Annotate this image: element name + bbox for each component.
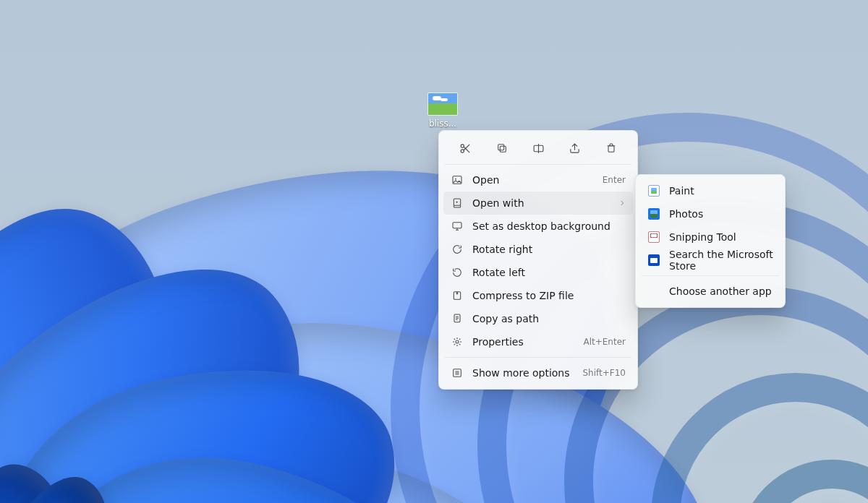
submenu-item-label: Paint	[669, 185, 773, 197]
menu-item-label: Open	[472, 174, 594, 186]
rename-button[interactable]	[528, 138, 548, 158]
paint-app-icon	[647, 184, 660, 197]
menu-item-label: Compress to ZIP file	[472, 290, 626, 301]
zip-icon	[451, 289, 464, 302]
file-label: bliss...	[429, 119, 456, 129]
snipping-tool-app-icon	[647, 231, 660, 244]
share-button[interactable]	[565, 138, 585, 158]
submenu-item-label: Choose another app	[669, 285, 773, 297]
trash-icon	[605, 142, 617, 154]
submenu-item-search-store[interactable]: Search the Microsoft Store	[640, 249, 780, 272]
menu-item-compress-zip[interactable]: Compress to ZIP file	[443, 284, 633, 307]
copy-icon	[496, 142, 508, 154]
svg-rect-3	[498, 145, 503, 150]
svg-point-7	[455, 179, 456, 180]
chevron-right-icon	[618, 199, 626, 207]
open-with-icon	[451, 197, 464, 210]
submenu-item-label: Snipping Tool	[669, 231, 773, 243]
context-menu: Open Enter Open with Set as desktop back…	[438, 130, 638, 390]
scissors-icon	[459, 142, 472, 155]
ms-store-app-icon	[647, 254, 660, 267]
more-options-icon	[451, 366, 464, 379]
menu-separator	[445, 357, 631, 358]
share-icon	[569, 142, 581, 155]
rename-icon	[532, 142, 545, 155]
open-with-submenu: Paint Photos Snipping Tool Search the Mi…	[635, 174, 786, 308]
menu-item-label: Rotate left	[472, 267, 626, 278]
submenu-item-label: Search the Microsoft Store	[669, 249, 773, 272]
cut-button[interactable]	[455, 138, 475, 158]
file-thumbnail	[427, 93, 458, 116]
menu-item-label: Open with	[472, 197, 605, 209]
submenu-item-snipping-tool[interactable]: Snipping Tool	[640, 225, 780, 249]
submenu-item-photos[interactable]: Photos	[640, 202, 780, 225]
properties-icon	[451, 335, 464, 348]
menu-item-accel: Shift+F10	[582, 368, 626, 378]
submenu-item-label: Photos	[669, 208, 773, 220]
menu-item-label: Show more options	[472, 367, 574, 379]
desktop-file[interactable]: bliss...	[420, 93, 466, 129]
desktop-icon	[451, 220, 464, 233]
submenu-item-paint[interactable]: Paint	[640, 179, 780, 202]
menu-item-label: Copy as path	[472, 313, 626, 324]
svg-point-12	[456, 340, 459, 343]
menu-item-show-more[interactable]: Show more options Shift+F10	[443, 361, 633, 384]
copy-button[interactable]	[492, 138, 512, 158]
delete-button[interactable]	[601, 138, 621, 158]
svg-rect-9	[453, 223, 461, 228]
menu-item-properties[interactable]: Properties Alt+Enter	[443, 330, 633, 353]
menu-item-copy-path[interactable]: Copy as path	[443, 307, 633, 330]
menu-item-accel: Enter	[603, 175, 626, 185]
submenu-item-choose-another[interactable]: Choose another app	[640, 280, 780, 303]
photos-app-icon	[647, 207, 660, 220]
menu-separator	[445, 164, 631, 165]
menu-item-label: Set as desktop background	[472, 220, 626, 232]
svg-rect-6	[453, 176, 461, 184]
menu-item-rotate-left[interactable]: Rotate left	[443, 261, 633, 284]
menu-item-open[interactable]: Open Enter	[443, 168, 633, 192]
menu-item-rotate-right[interactable]: Rotate right	[443, 238, 633, 261]
rotate-left-icon	[451, 266, 464, 279]
copy-path-icon	[451, 312, 464, 325]
menu-item-set-background[interactable]: Set as desktop background	[443, 215, 633, 238]
rotate-right-icon	[451, 243, 464, 256]
menu-item-label: Properties	[472, 336, 574, 348]
svg-rect-5	[608, 146, 614, 152]
quick-action-row	[443, 135, 633, 163]
svg-rect-2	[500, 146, 506, 152]
menu-item-open-with[interactable]: Open with	[443, 192, 633, 215]
menu-item-accel: Alt+Enter	[583, 337, 626, 347]
menu-item-label: Rotate right	[472, 244, 626, 255]
picture-icon	[451, 173, 464, 186]
menu-separator	[642, 275, 779, 276]
